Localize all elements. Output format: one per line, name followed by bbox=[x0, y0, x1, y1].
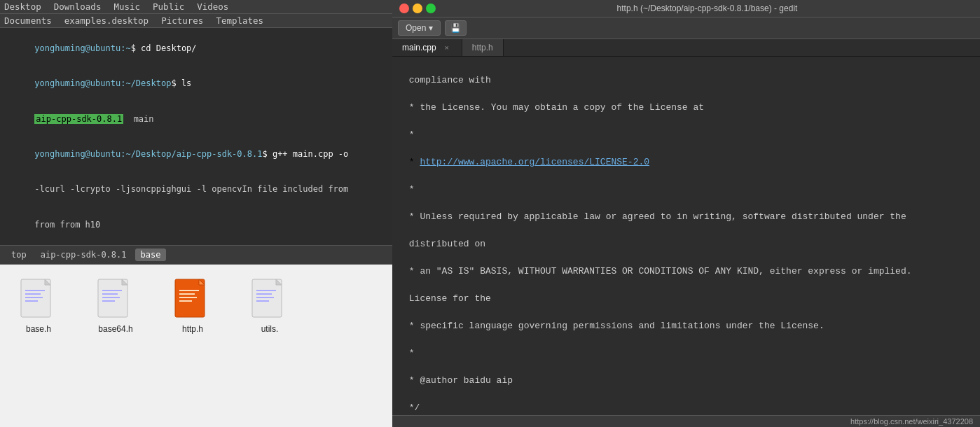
svg-rect-11 bbox=[102, 300, 115, 302]
file-icon-base64-h bbox=[97, 279, 134, 321]
breadcrumb-sdk[interactable]: aip-cpp-sdk-0.8.1 bbox=[35, 248, 132, 261]
nav-downloads[interactable]: Downloads bbox=[54, 1, 102, 12]
terminal-line-1: yonghuming@ubuntu:~$ cd Desktop/ bbox=[4, 31, 388, 66]
terminal-line-4: yonghuming@ubuntu:~/Desktop/aip-cpp-sdk-… bbox=[4, 136, 388, 172]
open-dropdown-icon: ▾ bbox=[429, 23, 433, 33]
left-panel: Desktop Downloads Music Public Videos Do… bbox=[0, 0, 392, 427]
code-line-1: compliance with bbox=[403, 74, 969, 88]
terminal-output-2: -lcurl -lcrypto -ljsoncppighgui -l openc… bbox=[34, 184, 348, 194]
terminal-line-5: -lcurl -lcrypto -ljsoncppighgui -l openc… bbox=[4, 172, 388, 207]
svg-rect-20 bbox=[256, 290, 276, 291]
code-line-2: * the License. You may obtain a copy of … bbox=[403, 101, 969, 115]
top-nav-bar2: Documents examples.desktop Pictures Temp… bbox=[0, 14, 392, 28]
terminal-cmd-3: $ g++ main.cpp -o bbox=[262, 149, 348, 159]
terminal-cmd-2: $ ls bbox=[171, 78, 191, 88]
tab-main-cpp-label: main.cpp bbox=[402, 43, 436, 52]
svg-rect-3 bbox=[25, 293, 41, 295]
gedit-title: http.h (~/Desktop/aip-cpp-sdk-0.8.1/base… bbox=[441, 4, 973, 13]
file-icon-http-h bbox=[174, 279, 211, 321]
nav-documents[interactable]: Documents bbox=[4, 15, 52, 26]
svg-rect-15 bbox=[179, 293, 195, 295]
svg-rect-16 bbox=[179, 297, 197, 298]
code-line-9: License for the bbox=[403, 292, 969, 306]
statusbar-url: https://blog.csn.net/weixiri_4372208 bbox=[850, 417, 973, 426]
right-panel: http.h (~/Desktop/aip-cpp-sdk-0.8.1/base… bbox=[392, 0, 980, 427]
tab-http-h-label: http.h bbox=[472, 43, 493, 52]
terminal-line-2: yonghuming@ubuntu:~/Desktop$ ls bbox=[4, 66, 388, 101]
file-name-utils: utils. bbox=[261, 324, 279, 334]
svg-rect-14 bbox=[179, 290, 199, 291]
file-name-base64-h: base64.h bbox=[98, 324, 132, 334]
nav-music[interactable]: Music bbox=[113, 1, 140, 12]
save-icon: 💾 bbox=[450, 23, 461, 33]
tab-main-cpp-close[interactable]: × bbox=[442, 43, 452, 52]
open-label: Open bbox=[406, 23, 426, 33]
svg-rect-22 bbox=[256, 297, 274, 298]
file-name-http-h: http.h bbox=[182, 324, 203, 334]
top-nav-bar: Desktop Downloads Music Public Videos bbox=[0, 0, 392, 14]
nav-public[interactable]: Public bbox=[153, 1, 184, 12]
window-minimize-button[interactable] bbox=[413, 4, 422, 13]
terminal-area: yonghuming@ubuntu:~$ cd Desktop/ yonghum… bbox=[0, 28, 392, 245]
file-name-base-h: base.h bbox=[26, 324, 51, 334]
file-icon-base-h bbox=[20, 279, 57, 321]
svg-rect-2 bbox=[25, 290, 45, 291]
tab-main-cpp[interactable]: main.cpp × bbox=[392, 39, 462, 56]
window-controls bbox=[399, 4, 436, 13]
terminal-highlight: aip-cpp-sdk-0.8.1 bbox=[34, 114, 123, 124]
nav-templates[interactable]: Templates bbox=[216, 15, 263, 26]
license-link[interactable]: http://www.apache.org/licenses/LICENSE-2… bbox=[420, 157, 649, 167]
terminal-line-3: aip-cpp-sdk-0.8.1 main bbox=[4, 102, 388, 136]
gedit-tabs: main.cpp × http.h bbox=[392, 39, 980, 57]
svg-rect-23 bbox=[256, 300, 269, 302]
code-line-3: * bbox=[403, 128, 969, 142]
nav-examples[interactable]: examples.desktop bbox=[64, 15, 149, 26]
terminal-line-6: from from h10 bbox=[4, 207, 388, 242]
svg-rect-4 bbox=[25, 297, 43, 298]
file-area: base.h base64.h bbox=[0, 265, 392, 427]
toolbar-save-button[interactable]: 💾 bbox=[445, 20, 467, 36]
code-line-5: * bbox=[403, 183, 969, 197]
svg-rect-9 bbox=[102, 293, 118, 295]
nav-desktop[interactable]: Desktop bbox=[4, 1, 41, 12]
window-maximize-button[interactable] bbox=[426, 4, 436, 13]
code-line-11: * bbox=[403, 346, 969, 360]
file-item-base64-h[interactable]: base64.h bbox=[88, 279, 144, 334]
svg-rect-5 bbox=[25, 300, 38, 302]
code-line-4: * http://www.apache.org/licenses/LICENSE… bbox=[403, 155, 969, 169]
breadcrumb-base[interactable]: base bbox=[135, 248, 167, 261]
open-button[interactable]: Open ▾ bbox=[398, 20, 441, 36]
code-area[interactable]: compliance with * the License. You may o… bbox=[392, 57, 980, 415]
code-line-12: * @author baidu aip bbox=[403, 374, 969, 388]
code-line-7: distributed on bbox=[403, 237, 969, 251]
code-line-8: * an "AS IS" BASIS, WITHOUT WARRANTIES O… bbox=[403, 265, 969, 279]
terminal-output-1: main bbox=[123, 114, 153, 124]
svg-rect-17 bbox=[179, 300, 192, 302]
terminal-prompt-2: yonghuming@ubuntu:~/Desktop bbox=[34, 78, 171, 88]
svg-rect-21 bbox=[256, 293, 272, 295]
terminal-cmd-1: $ cd Desktop/ bbox=[131, 43, 197, 53]
code-line-10: * specific language governing permission… bbox=[403, 319, 969, 333]
nav-videos[interactable]: Videos bbox=[197, 1, 228, 12]
terminal-prompt-1: yonghuming@ubuntu:~ bbox=[34, 43, 130, 53]
breadcrumb-bar: top aip-cpp-sdk-0.8.1 base bbox=[0, 245, 392, 265]
code-line-6: * Unless required by applicable law or a… bbox=[403, 210, 969, 224]
svg-rect-10 bbox=[102, 297, 120, 298]
file-item-http-h[interactable]: http.h bbox=[165, 279, 221, 334]
breadcrumb-top[interactable]: top bbox=[6, 248, 32, 261]
svg-rect-8 bbox=[102, 290, 122, 291]
file-item-utils[interactable]: utils. bbox=[242, 279, 298, 334]
file-icon-utils bbox=[251, 279, 288, 321]
gedit-toolbar: Open ▾ 💾 bbox=[392, 18, 980, 39]
nav-pictures[interactable]: Pictures bbox=[161, 15, 203, 26]
file-item-base-h[interactable]: base.h bbox=[11, 279, 67, 334]
terminal-prompt-3: yonghuming@ubuntu:~/Desktop/aip-cpp-sdk-… bbox=[34, 149, 262, 159]
gedit-titlebar: http.h (~/Desktop/aip-cpp-sdk-0.8.1/base… bbox=[392, 0, 980, 18]
code-content: compliance with * the License. You may o… bbox=[392, 59, 980, 415]
terminal-output-3: from from h10 bbox=[34, 220, 100, 230]
tab-http-h[interactable]: http.h bbox=[462, 39, 504, 56]
code-line-13: */ bbox=[403, 401, 969, 415]
window-close-button[interactable] bbox=[399, 4, 409, 13]
gedit-statusbar: https://blog.csn.net/weixiri_4372208 bbox=[392, 415, 980, 427]
